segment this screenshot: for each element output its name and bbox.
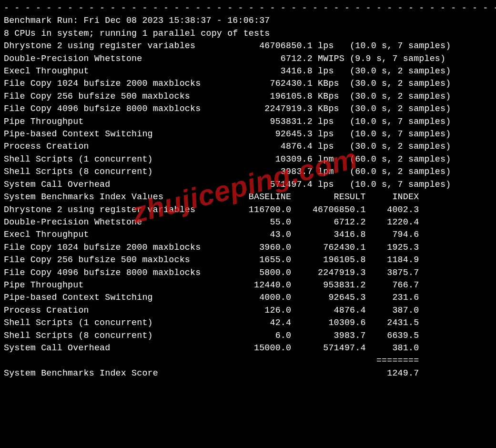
terminal-line: ======== [4, 354, 492, 367]
terminal-line: 8 CPUs in system; running 1 parallel cop… [4, 27, 492, 40]
terminal-line: Shell Scripts (8 concurrent) 6.0 3983.7 … [4, 329, 492, 342]
terminal-line: Dhrystone 2 using register variables 116… [4, 204, 492, 216]
terminal-line: Double-Precision Whetstone 6712.2 MWIPS … [4, 52, 492, 65]
terminal-line: System Call Overhead 571497.4 lps (10.0 … [4, 178, 492, 191]
terminal-line: Execl Throughput 43.0 3416.8 794.6 [4, 228, 492, 241]
terminal-line: Shell Scripts (8 concurrent) 3983.7 lpm … [4, 165, 492, 178]
terminal-output: - - - - - - - - - - - - - - - - - - - - … [0, 0, 496, 383]
terminal-line: Pipe Throughput 12440.0 953831.2 766.7 [4, 279, 492, 291]
terminal-line: Shell Scripts (1 concurrent) 42.4 10309.… [4, 316, 492, 329]
terminal-line: System Call Overhead 15000.0 571497.4 38… [4, 342, 492, 354]
terminal-line: File Copy 256 bufsize 500 maxblocks 1961… [4, 90, 492, 102]
terminal-line: - - - - - - - - - - - - - - - - - - - - … [4, 2, 492, 14]
terminal-line: Execl Throughput 3416.8 lps (30.0 s, 2 s… [4, 65, 492, 77]
terminal-line: Double-Precision Whetstone 55.0 6712.2 1… [4, 216, 492, 228]
terminal-line: File Copy 1024 bufsize 2000 maxblocks 39… [4, 241, 492, 254]
terminal-line: System Benchmarks Index Score 1249.7 [4, 367, 492, 379]
terminal-line: Pipe-based Context Switching 92645.3 lps… [4, 128, 492, 140]
terminal-line: File Copy 4096 bufsize 8000 maxblocks 22… [4, 102, 492, 115]
terminal-line: System Benchmarks Index Values BASELINE … [4, 191, 492, 203]
terminal-line: Shell Scripts (1 concurrent) 10309.6 lpm… [4, 153, 492, 165]
terminal-line: File Copy 1024 bufsize 2000 maxblocks 76… [4, 77, 492, 90]
terminal-line: File Copy 256 bufsize 500 maxblocks 1655… [4, 254, 492, 266]
terminal-line: Process Creation 4876.4 lps (30.0 s, 2 s… [4, 140, 492, 153]
terminal-line: Process Creation 126.0 4876.4 387.0 [4, 304, 492, 316]
terminal-line: Benchmark Run: Fri Dec 08 2023 15:38:37 … [4, 14, 492, 27]
terminal-line: Pipe Throughput 953831.2 lps (10.0 s, 7 … [4, 115, 492, 128]
terminal-line: File Copy 4096 bufsize 8000 maxblocks 58… [4, 266, 492, 279]
terminal-line: Dhrystone 2 using register variables 467… [4, 40, 492, 52]
terminal-line: Pipe-based Context Switching 4000.0 9264… [4, 291, 492, 304]
